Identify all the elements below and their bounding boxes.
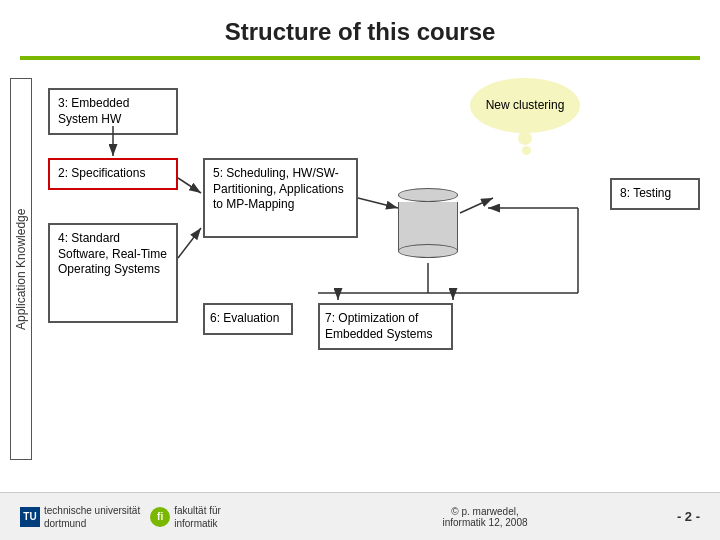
page-title: Structure of this course xyxy=(0,0,720,56)
footer-page-number: - 2 - xyxy=(640,509,700,524)
footer: TU technische universitätdortmund fi fak… xyxy=(0,492,720,540)
tu-icon: TU xyxy=(20,507,40,527)
diagram-area: New clustering 3: Embedded System HW 2: … xyxy=(38,78,700,460)
sidebar-label: Application Knowledge xyxy=(10,78,32,460)
box-evaluation: 6: Evaluation xyxy=(203,303,293,335)
box-standard-software: 4: Standard Software, Real-Time Operatin… xyxy=(48,223,178,323)
box-testing: 8: Testing xyxy=(610,178,700,210)
tu-logo: TU technische universitätdortmund xyxy=(20,504,140,530)
box-specifications: 2: Specifications xyxy=(48,158,178,190)
cloud-label: New clustering xyxy=(470,78,580,133)
university-text: technische universitätdortmund xyxy=(44,504,140,530)
box-optimization: 7: Optimization of Embedded Systems xyxy=(318,303,453,350)
box-scheduling: 5: Scheduling, HW/SW-Partitioning, Appli… xyxy=(203,158,358,238)
box-embedded-hw: 3: Embedded System HW xyxy=(48,88,178,135)
cloud-shape: New clustering xyxy=(470,78,580,143)
fi-logo: fi fakultät fürinformatik xyxy=(150,504,221,530)
svg-line-7 xyxy=(460,198,493,213)
footer-logos: TU technische universitätdortmund fi fak… xyxy=(20,504,330,530)
fi-icon: fi xyxy=(150,507,170,527)
faculty-text: fakultät fürinformatik xyxy=(174,504,221,530)
footer-copyright: © p. marwedel,informatik 12, 2008 xyxy=(330,506,640,528)
svg-line-6 xyxy=(358,198,398,208)
database-icon xyxy=(398,188,458,258)
svg-line-4 xyxy=(178,178,201,193)
main-content: Application Knowledge New clustering 3: … xyxy=(0,60,720,460)
svg-line-5 xyxy=(178,228,201,258)
